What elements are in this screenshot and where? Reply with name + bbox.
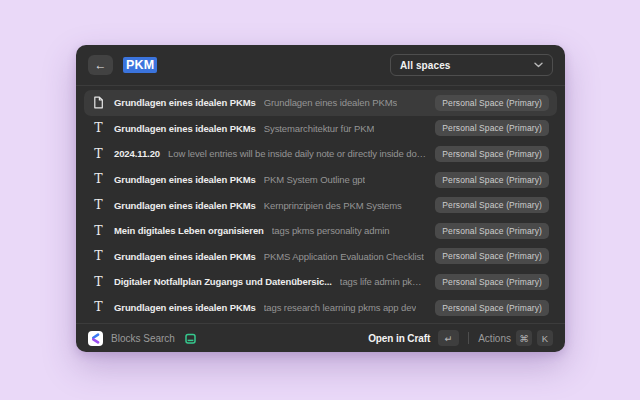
space-badge: Personal Space (Primary) xyxy=(435,146,549,162)
open-in-craft-button[interactable]: Open in Craft ↵ xyxy=(368,330,459,346)
result-row[interactable]: T Digitaler Notfallplan Zugangs und Date… xyxy=(84,269,557,295)
spaces-filter-label: All spaces xyxy=(400,60,450,71)
results-list: T Grundlagen eines idealen PKMs Grundlag… xyxy=(76,86,565,323)
result-title: 2024.11.20 xyxy=(114,148,160,159)
search-input[interactable]: PKM xyxy=(123,57,157,73)
search-query-text: PKM xyxy=(123,57,157,73)
return-keycap: ↵ xyxy=(438,330,459,346)
space-badge: Personal Space (Primary) xyxy=(435,197,549,213)
result-row[interactable]: T Grundlagen eines idealen PKMs PKMS App… xyxy=(84,244,557,270)
result-subtitle: tags research learning pkms app dev xyxy=(264,302,416,313)
result-title: Grundlagen eines idealen PKMs xyxy=(114,123,256,134)
result-subtitle: Low level entries will be inside daily n… xyxy=(168,148,427,159)
actions-button[interactable]: Actions ⌘ K xyxy=(478,330,553,346)
back-button[interactable]: ← xyxy=(88,55,113,75)
result-title: Grundlagen eines idealen PKMs xyxy=(114,251,256,262)
result-title: Mein digitales Leben organisieren xyxy=(114,225,264,236)
space-badge: Personal Space (Primary) xyxy=(435,274,549,290)
result-subtitle: tags pkms personality admin xyxy=(272,225,390,236)
result-row[interactable]: T Grundlagen eines idealen PKMs PKM Syst… xyxy=(84,167,557,193)
text-block-icon: T xyxy=(94,301,102,314)
result-subtitle: PKM System Outline gpt xyxy=(264,174,365,185)
k-keycap: K xyxy=(537,330,553,346)
text-block-icon: T xyxy=(94,122,102,135)
result-row[interactable]: T Mein digitales Leben organisieren tags… xyxy=(84,218,557,244)
space-badge: Personal Space (Primary) xyxy=(435,95,549,111)
result-row[interactable]: T Grundlagen eines idealen PKMs Systemar… xyxy=(84,116,557,142)
result-title: Digitaler Notfallplan Zugangs und Datenü… xyxy=(114,276,332,287)
footer-bar: Blocks Search Open in Craft ↵ Actions ⌘ … xyxy=(76,323,565,352)
craft-logo-icon xyxy=(88,331,103,346)
blocks-search-modal: ← PKM All spaces T Grundlagen eines idea… xyxy=(76,45,565,352)
text-block-icon: T xyxy=(94,276,102,289)
spaces-filter-dropdown[interactable]: All spaces xyxy=(390,54,553,76)
result-subtitle: tags life admin pkms security xyxy=(340,276,427,287)
result-title: Grundlagen eines idealen PKMs xyxy=(114,200,256,211)
app-name-label: Blocks Search xyxy=(111,333,175,344)
command-keycap: ⌘ xyxy=(516,330,532,346)
back-arrow-icon: ← xyxy=(95,59,107,71)
search-header: ← PKM All spaces xyxy=(76,45,565,86)
space-badge: Personal Space (Primary) xyxy=(435,120,549,136)
space-badge: Personal Space (Primary) xyxy=(435,300,549,316)
result-subtitle: PKMS Application Evaluation Checklist xyxy=(264,251,424,262)
result-title: Grundlagen eines idealen PKMs xyxy=(114,302,256,313)
result-row[interactable]: T 2024.11.20 Low level entries will be i… xyxy=(84,141,557,167)
result-subtitle: Systemarchitektur für PKM xyxy=(264,123,374,134)
blocks-status-icon xyxy=(184,332,197,345)
desktop-background: { "header": { "query": "PKM", "spaces_dr… xyxy=(0,0,640,400)
open-in-craft-label: Open in Craft xyxy=(368,333,430,344)
result-subtitle: Kernprinzipien des PKM Systems xyxy=(264,200,402,211)
text-block-icon: T xyxy=(94,225,102,238)
space-badge: Personal Space (Primary) xyxy=(435,248,549,264)
result-row[interactable]: T Grundlagen eines idealen PKMs Kernprin… xyxy=(84,192,557,218)
text-block-icon: T xyxy=(94,148,102,161)
text-block-icon: T xyxy=(94,173,102,186)
result-row[interactable]: T Grundlagen eines idealen PKMs tags res… xyxy=(84,295,557,321)
result-title: Grundlagen eines idealen PKMs xyxy=(114,174,256,185)
text-block-icon: T xyxy=(94,250,102,263)
result-row[interactable]: T Grundlagen eines idealen PKMs Grundlag… xyxy=(84,90,557,116)
result-title: Grundlagen eines idealen PKMs xyxy=(114,97,256,108)
result-subtitle: Grundlagen eines idealen PKMs xyxy=(264,97,397,108)
space-badge: Personal Space (Primary) xyxy=(435,223,549,239)
text-block-icon: T xyxy=(94,199,102,212)
footer-divider xyxy=(468,332,469,344)
document-icon xyxy=(93,96,104,109)
space-badge: Personal Space (Primary) xyxy=(435,172,549,188)
chevron-down-icon xyxy=(534,62,543,68)
actions-label: Actions xyxy=(478,333,511,344)
